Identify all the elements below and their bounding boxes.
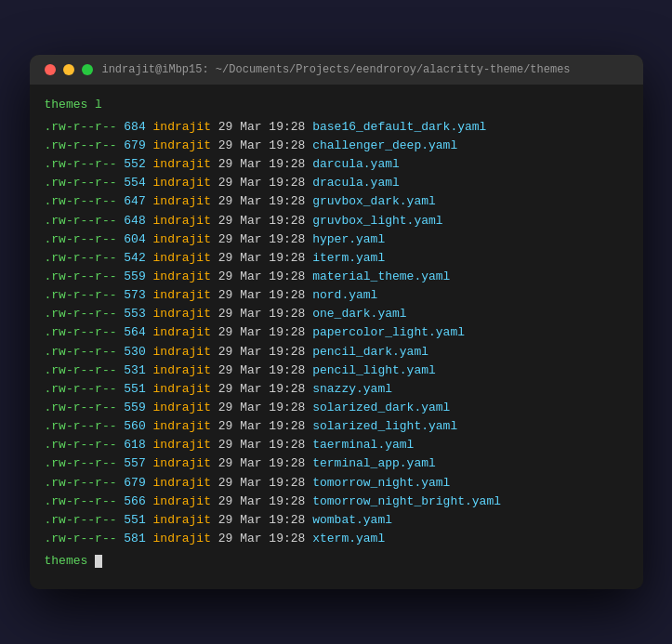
table-row: .rw-r--r-- 647 indrajit 29 Mar 19:28 gru…	[45, 192, 628, 211]
file-owner: indrajit	[153, 454, 218, 473]
file-owner: indrajit	[153, 118, 218, 137]
file-size: 684	[117, 118, 153, 137]
file-perm: .rw-r--r--	[45, 417, 117, 436]
table-row: .rw-r--r-- 530 indrajit 29 Mar 19:28 pen…	[45, 343, 628, 361]
file-date: 29 Mar 19:28	[218, 454, 312, 473]
file-size: 542	[117, 249, 153, 268]
file-size: 566	[117, 493, 153, 511]
file-name: solarized_dark.yaml	[312, 399, 450, 417]
table-row: .rw-r--r-- 679 indrajit 29 Mar 19:28 cha…	[45, 137, 628, 155]
file-owner: indrajit	[153, 436, 218, 454]
file-date: 29 Mar 19:28	[218, 493, 312, 511]
file-name: papercolor_light.yaml	[312, 323, 465, 342]
file-name: material_theme.yaml	[312, 268, 450, 286]
file-owner: indrajit	[153, 323, 218, 342]
file-size: 573	[117, 286, 153, 305]
file-perm: .rw-r--r--	[45, 174, 117, 192]
file-perm: .rw-r--r--	[45, 192, 117, 211]
maximize-button[interactable]	[82, 64, 93, 75]
terminal-window: indrajit@iMbp15: ~/Documents/Projects/ee…	[30, 55, 643, 590]
file-perm: .rw-r--r--	[45, 454, 117, 473]
file-size: 564	[117, 323, 153, 342]
table-row: .rw-r--r-- 679 indrajit 29 Mar 19:28 tom…	[45, 474, 628, 493]
file-list: .rw-r--r-- 684 indrajit 29 Mar 19:28 bas…	[45, 118, 628, 548]
file-perm: .rw-r--r--	[45, 118, 117, 137]
file-date: 29 Mar 19:28	[218, 174, 312, 192]
close-button[interactable]	[45, 64, 56, 75]
file-perm: .rw-r--r--	[45, 212, 117, 230]
file-size: 647	[117, 192, 153, 211]
cursor	[95, 555, 102, 568]
file-perm: .rw-r--r--	[45, 380, 117, 399]
file-size: 604	[117, 230, 153, 249]
file-size: 618	[117, 436, 153, 454]
file-owner: indrajit	[153, 286, 218, 305]
table-row: .rw-r--r-- 684 indrajit 29 Mar 19:28 bas…	[45, 118, 628, 137]
file-name: dracula.yaml	[312, 174, 400, 192]
table-row: .rw-r--r-- 560 indrajit 29 Mar 19:28 sol…	[45, 417, 628, 436]
file-owner: indrajit	[153, 474, 218, 493]
file-size: 648	[117, 212, 153, 230]
file-name: one_dark.yaml	[312, 305, 406, 323]
file-perm: .rw-r--r--	[45, 249, 117, 268]
file-name: tomorrow_night_bright.yaml	[312, 493, 501, 511]
table-row: .rw-r--r-- 554 indrajit 29 Mar 19:28 dra…	[45, 174, 628, 192]
file-perm: .rw-r--r--	[45, 511, 117, 530]
table-row: .rw-r--r-- 551 indrajit 29 Mar 19:28 sna…	[45, 380, 628, 399]
file-name: nord.yaml	[312, 286, 377, 305]
file-date: 29 Mar 19:28	[218, 343, 312, 361]
file-name: base16_default_dark.yaml	[312, 118, 486, 137]
file-owner: indrajit	[153, 137, 218, 155]
file-perm: .rw-r--r--	[45, 474, 117, 493]
file-date: 29 Mar 19:28	[218, 399, 312, 417]
file-name: taerminal.yaml	[312, 436, 414, 454]
table-row: .rw-r--r-- 604 indrajit 29 Mar 19:28 hyp…	[45, 230, 628, 249]
file-owner: indrajit	[153, 530, 218, 548]
file-date: 29 Mar 19:28	[218, 305, 312, 323]
file-owner: indrajit	[153, 155, 218, 174]
file-name: pencil_dark.yaml	[312, 343, 428, 361]
table-row: .rw-r--r-- 564 indrajit 29 Mar 19:28 pap…	[45, 323, 628, 342]
file-perm: .rw-r--r--	[45, 305, 117, 323]
file-date: 29 Mar 19:28	[218, 230, 312, 249]
file-perm: .rw-r--r--	[45, 493, 117, 511]
table-row: .rw-r--r-- 581 indrajit 29 Mar 19:28 xte…	[45, 530, 628, 548]
file-name: solarized_light.yaml	[312, 417, 457, 436]
prompt-label: themes	[45, 554, 88, 568]
file-perm: .rw-r--r--	[45, 230, 117, 249]
file-perm: .rw-r--r--	[45, 399, 117, 417]
file-owner: indrajit	[153, 268, 218, 286]
file-size: 559	[117, 399, 153, 417]
file-date: 29 Mar 19:28	[218, 323, 312, 342]
table-row: .rw-r--r-- 618 indrajit 29 Mar 19:28 tae…	[45, 436, 628, 454]
file-date: 29 Mar 19:28	[218, 474, 312, 493]
table-row: .rw-r--r-- 551 indrajit 29 Mar 19:28 wom…	[45, 511, 628, 530]
minimize-button[interactable]	[63, 64, 74, 75]
prompt-line: themes	[45, 552, 628, 571]
file-date: 29 Mar 19:28	[218, 417, 312, 436]
file-perm: .rw-r--r--	[45, 343, 117, 361]
table-row: .rw-r--r-- 552 indrajit 29 Mar 19:28 dar…	[45, 155, 628, 174]
file-date: 29 Mar 19:28	[218, 192, 312, 211]
file-size: 679	[117, 474, 153, 493]
file-size: 559	[117, 268, 153, 286]
file-size: 530	[117, 343, 153, 361]
file-size: 557	[117, 454, 153, 473]
file-date: 29 Mar 19:28	[218, 511, 312, 530]
file-date: 29 Mar 19:28	[218, 268, 312, 286]
file-date: 29 Mar 19:28	[218, 212, 312, 230]
file-date: 29 Mar 19:28	[218, 286, 312, 305]
table-row: .rw-r--r-- 559 indrajit 29 Mar 19:28 sol…	[45, 399, 628, 417]
file-date: 29 Mar 19:28	[218, 249, 312, 268]
file-perm: .rw-r--r--	[45, 361, 117, 380]
file-size: 679	[117, 137, 153, 155]
file-name: wombat.yaml	[312, 511, 392, 530]
table-row: .rw-r--r-- 559 indrajit 29 Mar 19:28 mat…	[45, 268, 628, 286]
file-owner: indrajit	[153, 361, 218, 380]
file-name: darcula.yaml	[312, 155, 400, 174]
file-date: 29 Mar 19:28	[218, 530, 312, 548]
file-perm: .rw-r--r--	[45, 286, 117, 305]
title-bar: indrajit@iMbp15: ~/Documents/Projects/ee…	[30, 55, 643, 85]
file-size: 581	[117, 530, 153, 548]
file-name: snazzy.yaml	[312, 380, 392, 399]
